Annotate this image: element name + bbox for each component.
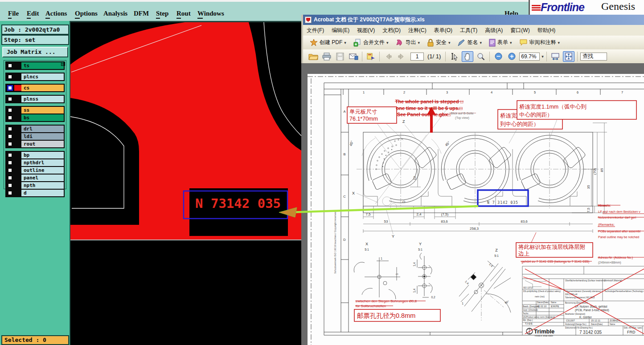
layer-color-swatch xyxy=(14,96,21,102)
next-page-button[interactable] xyxy=(396,51,407,62)
layer-color-swatch xyxy=(14,134,21,139)
layer-row-ts[interactable]: ts xyxy=(6,62,64,69)
acrobat-titlebar[interactable]: Acrobat 文档 位于 2V002QT7A0-预审指示.xls xyxy=(303,15,644,25)
svg-text:7,5: 7,5 xyxy=(365,212,371,216)
layer-row-drl[interactable]: drl xyxy=(6,126,64,132)
acro-menu-tools[interactable]: 工具(T) xyxy=(460,27,477,34)
review-comment-button[interactable]: 审阅和注释▾ xyxy=(517,38,562,47)
acro-menu-advanced[interactable]: 高级(A) xyxy=(485,27,503,34)
layer-row-bs[interactable]: bs xyxy=(6,114,64,121)
layer-visibility-checkbox[interactable] xyxy=(7,126,13,132)
svg-text:2,4: 2,4 xyxy=(416,212,422,216)
layer-visibility-checkbox[interactable] xyxy=(7,141,13,147)
layer-row-panel[interactable]: panel xyxy=(6,175,64,181)
layer-row-plncs[interactable]: plncs xyxy=(6,73,64,80)
layer-visibility-checkbox[interactable] xyxy=(7,183,13,188)
hand-tool-button[interactable] xyxy=(462,51,473,62)
layer-row-npth[interactable]: npth xyxy=(6,182,64,189)
svg-text:Bearbeiter (Designed): Bearbeiter (Designed) xyxy=(565,313,585,315)
zoom-out-button[interactable] xyxy=(492,51,504,62)
svg-text:12: 12 xyxy=(413,176,417,180)
svg-text:DS-prüfpflichtig (Check of pro: DS-prüfpflichtig (Check of product safet… xyxy=(523,290,561,292)
layer-color-swatch xyxy=(14,126,21,132)
layer-row-plnss[interactable]: plnss xyxy=(6,96,64,102)
svg-text:PCBs separated after assembl: PCBs separated after assembl xyxy=(598,230,640,233)
acro-menu-comments[interactable]: 注释(C) xyxy=(408,27,427,34)
acro-menu-document[interactable]: 文档(D) xyxy=(382,27,401,34)
page-number-input[interactable] xyxy=(410,53,424,61)
layer-row-cs[interactable]: cs xyxy=(6,85,64,91)
svg-text:到中心的间距）: 到中心的间距） xyxy=(500,121,539,127)
menu-rout[interactable]: Rout xyxy=(176,10,191,17)
layer-visibility-checkbox[interactable] xyxy=(7,96,13,102)
menu-actions[interactable]: Actions xyxy=(45,10,67,17)
layer-name: ss xyxy=(21,107,64,114)
fit-width-button[interactable] xyxy=(550,51,561,62)
export-button[interactable]: 导出▾ xyxy=(393,38,422,48)
layer-visibility-checkbox[interactable] xyxy=(7,152,13,158)
layer-row-ss[interactable]: ss xyxy=(6,107,64,114)
forms-button[interactable]: 表单▾ xyxy=(487,38,514,48)
layer-row-bp[interactable]: bp xyxy=(6,152,64,158)
secure-button[interactable]: 安全▾ xyxy=(425,38,453,48)
menu-dfm[interactable]: DFM xyxy=(134,10,149,17)
layer-visibility-checkbox[interactable] xyxy=(7,190,13,196)
previous-page-button[interactable] xyxy=(382,51,394,62)
print-button[interactable] xyxy=(321,51,332,62)
open-button[interactable] xyxy=(308,51,319,62)
layer-visibility-checkbox[interactable] xyxy=(7,134,13,139)
layer-row-d[interactable]: d xyxy=(6,190,64,196)
layer-row-ldi[interactable]: ldi xyxy=(6,133,64,140)
menu-windows[interactable]: Windows xyxy=(197,10,224,17)
layer-row-outline[interactable]: outline xyxy=(6,167,64,174)
acro-menu-forms[interactable]: 表单(O) xyxy=(434,27,452,34)
menu-file[interactable]: File xyxy=(8,10,19,17)
acrobat-tool-icon xyxy=(366,53,375,61)
svg-text:EXKPE: EXKPE xyxy=(551,305,559,308)
combine-files-button[interactable]: 合并文件▾ xyxy=(351,38,391,48)
email-button[interactable] xyxy=(348,51,359,62)
svg-text:K. Görtler: K. Görtler xyxy=(579,316,592,319)
layer-visibility-checkbox[interactable] xyxy=(7,74,13,80)
svg-text:中心的间距）: 中心的间距） xyxy=(519,112,553,118)
select-tool-button[interactable] xyxy=(448,51,460,62)
layer-row-rout[interactable]: rout xyxy=(6,141,64,147)
acro-menu-view[interactable]: 视图(V) xyxy=(357,27,375,34)
combine-files-icon xyxy=(353,39,361,47)
zoom-marquee-button[interactable] xyxy=(475,51,487,62)
layer-row-npthdrl[interactable]: npthdrl xyxy=(6,159,64,166)
layer-visibility-checkbox[interactable] xyxy=(7,167,13,173)
layer-visibility-checkbox[interactable] xyxy=(7,160,13,166)
layer-color-swatch xyxy=(14,152,21,158)
save-button[interactable] xyxy=(334,51,346,62)
layer-visibility-checkbox[interactable] xyxy=(7,175,13,181)
layer-color-swatch xyxy=(14,190,21,196)
sign-button[interactable]: 签名▾ xyxy=(455,38,484,48)
acro-menu-window[interactable]: 窗口(W) xyxy=(510,27,529,34)
menu-edit[interactable]: Edit xyxy=(27,10,39,17)
acro-menu-file[interactable]: 文件(F) xyxy=(307,27,324,34)
find-input[interactable] xyxy=(580,53,607,61)
zoom-level-value[interactable]: 69.7% xyxy=(519,53,540,61)
create-pdf-button[interactable]: 创建 PDF▾ xyxy=(308,38,349,48)
svg-text:Y: Y xyxy=(392,234,394,239)
svg-text:ISO 13715: ISO 13715 xyxy=(523,287,533,289)
screen: File Edit Actions Options Analysis DFM S… xyxy=(0,0,644,345)
layer-visibility-checkbox[interactable] xyxy=(7,107,13,113)
zoom-in-button[interactable] xyxy=(506,51,517,62)
zoom-dropdown-arrow[interactable]: ▾ xyxy=(541,54,544,59)
job-matrix-button[interactable]: Job Matrix ... xyxy=(2,47,68,57)
acro-menu-help[interactable]: 帮助(H) xyxy=(537,27,556,34)
fit-page-button[interactable] xyxy=(563,51,574,62)
menu-step[interactable]: Step xyxy=(156,10,168,17)
layer-visibility-checkbox[interactable] xyxy=(7,115,13,121)
svg-text:单元板尺寸: 单元板尺寸 xyxy=(349,109,377,115)
layer-visibility-checkbox[interactable] xyxy=(7,85,13,91)
cam-canvas[interactable]: N 73142 035 xyxy=(70,22,301,345)
acro-menu-edit[interactable]: 编辑(E) xyxy=(332,27,349,34)
export-comments-button[interactable] xyxy=(365,51,377,62)
layer-visibility-checkbox[interactable] xyxy=(7,63,13,69)
menu-options[interactable]: Options xyxy=(75,10,98,17)
frontline-stripes-icon xyxy=(532,4,541,11)
menu-analysis[interactable]: Analysis xyxy=(103,10,127,17)
